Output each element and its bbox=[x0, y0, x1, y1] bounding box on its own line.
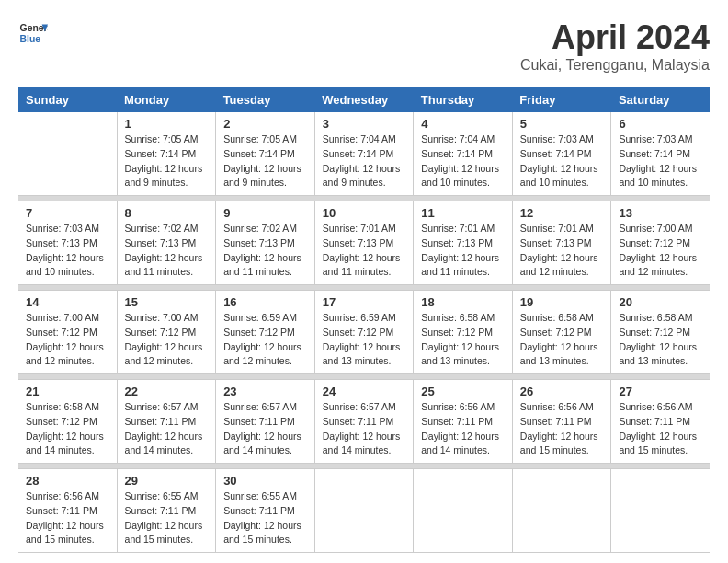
day-number: 12 bbox=[520, 206, 604, 220]
day-info: Sunrise: 6:55 AMSunset: 7:11 PMDaylight:… bbox=[223, 489, 307, 547]
calendar-day-cell: 6Sunrise: 7:03 AMSunset: 7:14 PMDaylight… bbox=[611, 112, 710, 196]
day-info: Sunrise: 6:58 AMSunset: 7:12 PMDaylight:… bbox=[520, 311, 604, 369]
calendar-day-cell: 28Sunrise: 6:56 AMSunset: 7:11 PMDayligh… bbox=[18, 469, 117, 553]
calendar-day-cell bbox=[512, 469, 611, 553]
day-info: Sunrise: 6:56 AMSunset: 7:11 PMDaylight:… bbox=[26, 489, 109, 547]
day-info: Sunrise: 7:04 AMSunset: 7:14 PMDaylight:… bbox=[323, 132, 406, 190]
day-info: Sunrise: 6:58 AMSunset: 7:12 PMDaylight:… bbox=[421, 311, 505, 369]
month-title: April 2024 bbox=[520, 18, 710, 57]
calendar-day-cell: 2Sunrise: 7:05 AMSunset: 7:14 PMDaylight… bbox=[216, 112, 315, 196]
day-info: Sunrise: 7:04 AMSunset: 7:14 PMDaylight:… bbox=[421, 132, 505, 190]
day-number: 27 bbox=[619, 385, 702, 398]
day-info: Sunrise: 7:03 AMSunset: 7:14 PMDaylight:… bbox=[520, 132, 604, 190]
day-number: 15 bbox=[125, 295, 209, 309]
logo: General Blue bbox=[18, 18, 53, 48]
calendar-day-cell: 4Sunrise: 7:04 AMSunset: 7:14 PMDaylight… bbox=[414, 112, 513, 196]
calendar-day-cell: 20Sunrise: 6:58 AMSunset: 7:12 PMDayligh… bbox=[611, 291, 710, 374]
calendar-day-cell: 5Sunrise: 7:03 AMSunset: 7:14 PMDaylight… bbox=[512, 112, 611, 196]
day-info: Sunrise: 7:01 AMSunset: 7:13 PMDaylight:… bbox=[421, 222, 505, 280]
calendar-day-cell bbox=[314, 469, 414, 553]
calendar-day-cell: 21Sunrise: 6:58 AMSunset: 7:12 PMDayligh… bbox=[18, 380, 117, 464]
day-number: 13 bbox=[619, 206, 702, 220]
calendar-day-cell: 3Sunrise: 7:04 AMSunset: 7:14 PMDaylight… bbox=[314, 112, 414, 196]
day-number: 25 bbox=[421, 385, 505, 398]
calendar-day-cell: 29Sunrise: 6:55 AMSunset: 7:11 PMDayligh… bbox=[117, 469, 216, 553]
calendar-week-row: 7Sunrise: 7:03 AMSunset: 7:13 PMDaylight… bbox=[18, 201, 710, 285]
day-number: 26 bbox=[520, 385, 604, 398]
day-info: Sunrise: 6:57 AMSunset: 7:11 PMDaylight:… bbox=[223, 400, 307, 458]
weekday-header: Tuesday bbox=[216, 87, 315, 112]
day-number: 18 bbox=[421, 295, 505, 309]
day-number: 3 bbox=[323, 117, 406, 131]
day-number: 14 bbox=[26, 295, 109, 309]
day-number: 21 bbox=[26, 385, 109, 398]
day-number: 9 bbox=[223, 206, 307, 220]
day-info: Sunrise: 7:01 AMSunset: 7:13 PMDaylight:… bbox=[520, 222, 604, 280]
day-number: 11 bbox=[421, 206, 505, 220]
day-number: 16 bbox=[223, 295, 307, 309]
day-info: Sunrise: 6:56 AMSunset: 7:11 PMDaylight:… bbox=[520, 400, 604, 458]
day-number: 29 bbox=[125, 474, 209, 488]
day-number: 1 bbox=[125, 117, 209, 131]
calendar-day-cell bbox=[18, 112, 117, 196]
day-number: 8 bbox=[125, 206, 209, 220]
calendar-day-cell: 12Sunrise: 7:01 AMSunset: 7:13 PMDayligh… bbox=[512, 201, 611, 285]
weekday-header: Thursday bbox=[414, 87, 513, 112]
calendar-day-cell: 16Sunrise: 6:59 AMSunset: 7:12 PMDayligh… bbox=[216, 291, 315, 374]
location: Cukai, Terengganu, Malaysia bbox=[520, 57, 710, 74]
calendar-day-cell: 18Sunrise: 6:58 AMSunset: 7:12 PMDayligh… bbox=[414, 291, 513, 374]
weekday-header: Saturday bbox=[611, 87, 710, 112]
title-block: April 2024 Cukai, Terengganu, Malaysia bbox=[520, 18, 710, 74]
logo-icon: General Blue bbox=[18, 18, 48, 48]
calendar-day-cell: 1Sunrise: 7:05 AMSunset: 7:14 PMDaylight… bbox=[117, 112, 216, 196]
day-info: Sunrise: 6:57 AMSunset: 7:11 PMDaylight:… bbox=[323, 400, 406, 458]
day-info: Sunrise: 6:58 AMSunset: 7:12 PMDaylight:… bbox=[26, 400, 109, 458]
calendar-day-cell: 25Sunrise: 6:56 AMSunset: 7:11 PMDayligh… bbox=[414, 380, 513, 464]
day-info: Sunrise: 7:03 AMSunset: 7:14 PMDaylight:… bbox=[619, 132, 702, 190]
calendar-day-cell: 23Sunrise: 6:57 AMSunset: 7:11 PMDayligh… bbox=[216, 380, 315, 464]
calendar-day-cell: 30Sunrise: 6:55 AMSunset: 7:11 PMDayligh… bbox=[216, 469, 315, 553]
day-number: 30 bbox=[223, 474, 307, 488]
calendar-day-cell: 14Sunrise: 7:00 AMSunset: 7:12 PMDayligh… bbox=[18, 291, 117, 374]
day-number: 10 bbox=[323, 206, 406, 220]
day-number: 19 bbox=[520, 295, 604, 309]
calendar-day-cell: 10Sunrise: 7:01 AMSunset: 7:13 PMDayligh… bbox=[314, 201, 414, 285]
day-number: 28 bbox=[26, 474, 109, 488]
calendar-day-cell: 7Sunrise: 7:03 AMSunset: 7:13 PMDaylight… bbox=[18, 201, 117, 285]
calendar-day-cell: 13Sunrise: 7:00 AMSunset: 7:12 PMDayligh… bbox=[611, 201, 710, 285]
calendar-week-row: 1Sunrise: 7:05 AMSunset: 7:14 PMDaylight… bbox=[18, 112, 710, 196]
calendar-day-cell: 15Sunrise: 7:00 AMSunset: 7:12 PMDayligh… bbox=[117, 291, 216, 374]
calendar-day-cell: 26Sunrise: 6:56 AMSunset: 7:11 PMDayligh… bbox=[512, 380, 611, 464]
day-number: 24 bbox=[323, 385, 406, 398]
day-info: Sunrise: 7:01 AMSunset: 7:13 PMDaylight:… bbox=[323, 222, 406, 280]
calendar-day-cell: 17Sunrise: 6:59 AMSunset: 7:12 PMDayligh… bbox=[314, 291, 414, 374]
day-number: 7 bbox=[26, 206, 109, 220]
day-info: Sunrise: 6:59 AMSunset: 7:12 PMDaylight:… bbox=[323, 311, 406, 369]
weekday-header: Wednesday bbox=[314, 87, 414, 112]
calendar-day-cell: 24Sunrise: 6:57 AMSunset: 7:11 PMDayligh… bbox=[314, 380, 414, 464]
day-info: Sunrise: 7:02 AMSunset: 7:13 PMDaylight:… bbox=[223, 222, 307, 280]
calendar-week-row: 21Sunrise: 6:58 AMSunset: 7:12 PMDayligh… bbox=[18, 380, 710, 464]
day-info: Sunrise: 6:58 AMSunset: 7:12 PMDaylight:… bbox=[619, 311, 702, 369]
day-info: Sunrise: 6:55 AMSunset: 7:11 PMDaylight:… bbox=[125, 489, 209, 547]
day-info: Sunrise: 7:00 AMSunset: 7:12 PMDaylight:… bbox=[125, 311, 209, 369]
calendar-header-row: SundayMondayTuesdayWednesdayThursdayFrid… bbox=[18, 87, 710, 112]
day-info: Sunrise: 6:59 AMSunset: 7:12 PMDaylight:… bbox=[223, 311, 307, 369]
calendar-day-cell: 27Sunrise: 6:56 AMSunset: 7:11 PMDayligh… bbox=[611, 380, 710, 464]
weekday-header: Sunday bbox=[18, 87, 117, 112]
weekday-header: Friday bbox=[512, 87, 611, 112]
calendar-day-cell: 9Sunrise: 7:02 AMSunset: 7:13 PMDaylight… bbox=[216, 201, 315, 285]
calendar-day-cell: 22Sunrise: 6:57 AMSunset: 7:11 PMDayligh… bbox=[117, 380, 216, 464]
page-header: General Blue April 2024 Cukai, Terenggan… bbox=[18, 18, 710, 74]
day-info: Sunrise: 7:03 AMSunset: 7:13 PMDaylight:… bbox=[26, 222, 109, 280]
day-info: Sunrise: 7:02 AMSunset: 7:13 PMDaylight:… bbox=[125, 222, 209, 280]
day-number: 5 bbox=[520, 117, 604, 131]
day-info: Sunrise: 6:56 AMSunset: 7:11 PMDaylight:… bbox=[619, 400, 702, 458]
day-number: 20 bbox=[619, 295, 702, 309]
day-info: Sunrise: 6:57 AMSunset: 7:11 PMDaylight:… bbox=[125, 400, 209, 458]
weekday-header: Monday bbox=[117, 87, 216, 112]
day-info: Sunrise: 7:05 AMSunset: 7:14 PMDaylight:… bbox=[223, 132, 307, 190]
day-number: 22 bbox=[125, 385, 209, 398]
calendar-day-cell: 19Sunrise: 6:58 AMSunset: 7:12 PMDayligh… bbox=[512, 291, 611, 374]
day-info: Sunrise: 6:56 AMSunset: 7:11 PMDaylight:… bbox=[421, 400, 505, 458]
